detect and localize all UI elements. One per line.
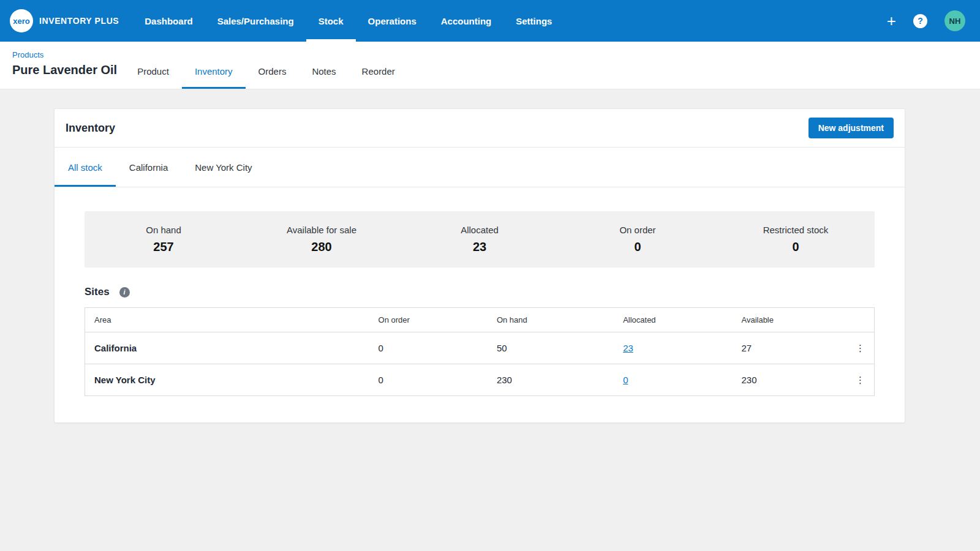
column-header-area: Area bbox=[85, 308, 369, 332]
inventory-card: Inventory New adjustment All stock Calif… bbox=[54, 108, 905, 423]
area-cell: California bbox=[85, 332, 369, 364]
stat-value: 0 bbox=[634, 240, 641, 254]
stat-available-for-sale: Available for sale 280 bbox=[243, 225, 401, 254]
nav-item-settings[interactable]: Settings bbox=[503, 0, 564, 42]
table-row-new-york-city: New York City 0 230 0 230 ⋮ bbox=[85, 364, 875, 396]
nav-item-accounting[interactable]: Accounting bbox=[429, 0, 504, 42]
stat-label: On order bbox=[619, 225, 655, 235]
column-header-on-order: On order bbox=[369, 308, 488, 332]
column-header-actions bbox=[835, 308, 874, 332]
area-cell: New York City bbox=[85, 364, 369, 396]
tab-inventory[interactable]: Inventory bbox=[182, 42, 246, 89]
nav-item-operations[interactable]: Operations bbox=[356, 0, 429, 42]
sites-title: Sites bbox=[85, 286, 110, 298]
allocated-cell: 23 bbox=[614, 332, 732, 364]
on-hand-cell: 50 bbox=[488, 332, 614, 364]
sites-table-header-row: Area On order On hand Allocated Availabl… bbox=[85, 308, 875, 332]
stat-label: Allocated bbox=[461, 225, 499, 235]
stock-summary-bar: On hand 257 Available for sale 280 Alloc… bbox=[85, 211, 875, 268]
nav-item-dashboard[interactable]: Dashboard bbox=[132, 0, 205, 42]
stat-on-order: On order 0 bbox=[559, 225, 717, 254]
inventory-card-title: Inventory bbox=[66, 122, 115, 135]
stat-value: 280 bbox=[311, 240, 331, 254]
main-nav: Dashboard Sales/Purchasing Stock Operati… bbox=[132, 0, 564, 42]
xero-logo-icon: xero bbox=[10, 9, 33, 32]
row-actions-kebab-icon[interactable]: ⋮ bbox=[835, 364, 874, 396]
brand[interactable]: xero INVENTORY PLUS bbox=[10, 0, 119, 42]
stat-value: 0 bbox=[792, 240, 799, 254]
row-actions-kebab-icon[interactable]: ⋮ bbox=[835, 332, 874, 364]
table-row-california: California 0 50 23 27 ⋮ bbox=[85, 332, 875, 364]
on-hand-cell: 230 bbox=[488, 364, 614, 396]
stat-label: Restricted stock bbox=[763, 225, 829, 235]
allocated-link[interactable]: 0 bbox=[623, 375, 628, 385]
sites-heading: Sites i bbox=[85, 286, 875, 298]
stat-restricted-stock: Restricted stock 0 bbox=[717, 225, 875, 254]
tab-reorder[interactable]: Reorder bbox=[349, 42, 408, 89]
breadcrumb[interactable]: Products bbox=[12, 50, 117, 59]
available-cell: 27 bbox=[732, 332, 835, 364]
tab-orders[interactable]: Orders bbox=[246, 42, 300, 89]
column-header-allocated: Allocated bbox=[614, 308, 732, 332]
page-title: Pure Lavender Oil bbox=[12, 63, 117, 77]
stat-label: Available for sale bbox=[287, 225, 356, 235]
stock-tab-california[interactable]: California bbox=[116, 148, 181, 187]
stock-tab-new-york-city[interactable]: New York City bbox=[181, 148, 265, 187]
stat-value: 257 bbox=[153, 240, 173, 254]
sites-table: Area On order On hand Allocated Availabl… bbox=[85, 307, 875, 396]
available-cell: 230 bbox=[732, 364, 835, 396]
app-name: INVENTORY PLUS bbox=[39, 16, 119, 26]
column-header-on-hand: On hand bbox=[488, 308, 614, 332]
stat-label: On hand bbox=[146, 225, 181, 235]
tab-product[interactable]: Product bbox=[124, 42, 182, 89]
stat-allocated: Allocated 23 bbox=[401, 225, 559, 254]
inventory-card-body: On hand 257 Available for sale 280 Alloc… bbox=[55, 187, 905, 422]
plus-icon[interactable]: + bbox=[887, 13, 896, 29]
on-order-cell: 0 bbox=[369, 364, 488, 396]
top-navigation-bar: xero INVENTORY PLUS Dashboard Sales/Purc… bbox=[0, 0, 980, 42]
new-adjustment-button[interactable]: New adjustment bbox=[809, 118, 894, 138]
nav-item-sales-purchasing[interactable]: Sales/Purchasing bbox=[205, 0, 306, 42]
nav-item-stock[interactable]: Stock bbox=[306, 0, 356, 42]
stat-value: 23 bbox=[473, 240, 486, 254]
stock-tab-all-stock[interactable]: All stock bbox=[55, 148, 116, 187]
topnav-right-controls: + ? NH bbox=[887, 0, 965, 42]
stock-tabs: All stock California New York City bbox=[55, 148, 905, 187]
avatar[interactable]: NH bbox=[944, 10, 965, 31]
page-subheader: Products Pure Lavender Oil Product Inven… bbox=[0, 42, 980, 89]
on-order-cell: 0 bbox=[369, 332, 488, 364]
title-block: Products Pure Lavender Oil bbox=[12, 42, 117, 89]
tab-notes[interactable]: Notes bbox=[299, 42, 349, 89]
stat-on-hand: On hand 257 bbox=[85, 225, 243, 254]
page-content: Inventory New adjustment All stock Calif… bbox=[0, 89, 980, 423]
inventory-card-header: Inventory New adjustment bbox=[55, 109, 905, 148]
help-icon[interactable]: ? bbox=[913, 14, 927, 28]
allocated-link[interactable]: 23 bbox=[623, 343, 633, 353]
allocated-cell: 0 bbox=[614, 364, 732, 396]
info-icon[interactable]: i bbox=[119, 287, 130, 298]
page-tabs: Product Inventory Orders Notes Reorder bbox=[124, 42, 408, 89]
column-header-available: Available bbox=[732, 308, 835, 332]
